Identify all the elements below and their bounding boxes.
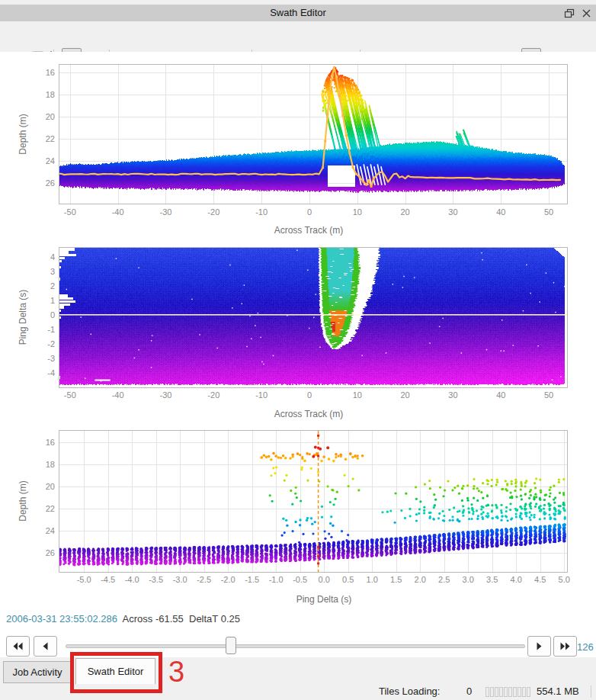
- deltat-value: 0.25: [221, 613, 240, 625]
- x-tick-label: 10: [342, 207, 373, 217]
- x-axis-title: Across Track (m): [255, 409, 362, 419]
- y-tick-label: 22: [32, 134, 55, 143]
- loading-segment: [527, 687, 530, 697]
- y-tick-label: 18: [32, 460, 55, 469]
- y-axis-title: Depth (m): [18, 467, 28, 535]
- x-tick-label: 50: [534, 207, 564, 217]
- x-tick-label: 30: [437, 207, 468, 217]
- step-back-button[interactable]: [34, 636, 57, 657]
- y-tick-label: 16: [32, 68, 55, 77]
- rewind-button[interactable]: [6, 636, 30, 657]
- y-tick-label: 20: [32, 112, 55, 121]
- x-tick-label: 30: [437, 390, 468, 400]
- x-tick-label: -30: [150, 207, 181, 217]
- x-tick-label: 50: [534, 390, 564, 400]
- y-tick-label: 18: [32, 90, 55, 99]
- ping-timestamp: 2006-03-31 23:55:02.286: [6, 613, 117, 625]
- step-back-icon: [42, 641, 49, 651]
- float-icon: [564, 8, 575, 18]
- x-tick-label: -20: [198, 207, 229, 217]
- toolbar: [0, 21, 596, 52]
- x-tick-label: 40: [485, 390, 516, 400]
- ping-count: 126: [577, 641, 594, 653]
- loading-segment: [490, 687, 494, 697]
- y-tick-label: -3: [32, 354, 55, 363]
- y-tick-label: 16: [32, 438, 55, 447]
- x-tick-label: -50: [55, 207, 85, 217]
- across-value: -61.55: [155, 613, 184, 625]
- x-tick-label: -30: [150, 390, 181, 400]
- y-tick-label: 3: [32, 267, 55, 276]
- x-tick-label: 10: [342, 390, 373, 400]
- y-tick-label: 26: [32, 178, 55, 188]
- y-tick-label: 2: [32, 281, 55, 291]
- across-track-depth-plot[interactable]: [59, 64, 568, 204]
- x-tick-label: -20: [198, 390, 229, 400]
- x-axis-title: Across Track (m): [255, 225, 362, 236]
- fast-forward-icon: [559, 641, 571, 651]
- close-window-button[interactable]: [578, 7, 594, 20]
- y-tick-label: 24: [32, 526, 55, 535]
- x-tick-label: 40: [485, 207, 516, 217]
- tab-job-activity[interactable]: Job Activity: [3, 661, 72, 683]
- across-label: Across: [123, 613, 153, 625]
- step-forward-button[interactable]: [527, 636, 551, 657]
- ping-slider-handle[interactable]: [226, 637, 236, 654]
- statusbar-separator: [591, 686, 591, 698]
- loading-segment: [495, 687, 498, 697]
- x-tick-label: -50: [55, 390, 85, 400]
- loading-segment: [513, 687, 517, 697]
- swath-editor-window: Swath Editor: [0, 0, 596, 700]
- y-tick-label: 0: [32, 310, 55, 319]
- x-axis-title: Ping Delta (s): [278, 594, 370, 605]
- tiles-loading-value: 0: [466, 686, 472, 697]
- rewind-icon: [12, 641, 24, 651]
- x-tick-label: -40: [103, 207, 133, 217]
- y-tick-label: -2: [32, 339, 55, 348]
- loading-segment: [485, 687, 489, 697]
- x-tick-label: -40: [103, 390, 133, 400]
- annotation-number: 3: [168, 656, 184, 689]
- loading-segment: [522, 687, 526, 697]
- fast-forward-button[interactable]: [553, 636, 577, 657]
- x-tick-label: 20: [390, 390, 421, 400]
- x-tick-label: -10: [246, 207, 277, 217]
- close-icon: [582, 8, 591, 18]
- loading-segments: [485, 687, 530, 697]
- y-tick-label: 22: [32, 504, 55, 513]
- x-tick-label: 0: [294, 207, 325, 217]
- y-axis-title: Depth (m): [18, 100, 28, 169]
- titlebar[interactable]: Swath Editor: [0, 5, 596, 21]
- y-tick-label: 26: [32, 548, 55, 557]
- x-tick-label: -10: [246, 390, 277, 400]
- step-forward-icon: [536, 641, 543, 651]
- y-tick-label: 24: [32, 156, 55, 165]
- window-title: Swath Editor: [0, 5, 596, 21]
- y-tick-label: -4: [32, 368, 55, 377]
- x-tick-label: 0: [294, 390, 325, 400]
- loading-segment: [508, 687, 512, 697]
- ping-slider-track[interactable]: [66, 644, 525, 648]
- tab-label: Job Activity: [12, 666, 62, 678]
- memory-usage: 554.1 MB: [537, 686, 579, 697]
- loading-segment: [499, 687, 503, 697]
- across-track-pingdelta-plot[interactable]: [59, 247, 568, 388]
- loading-segment: [517, 687, 521, 697]
- y-tick-label: 1: [32, 296, 55, 305]
- y-tick-label: 4: [32, 252, 55, 262]
- float-window-button[interactable]: [562, 7, 577, 20]
- x-tick-label: 5.0: [549, 575, 579, 584]
- pingdelta-depth-plot[interactable]: [59, 430, 568, 573]
- x-tick-label: 20: [390, 207, 421, 217]
- annotation-box: [70, 652, 162, 693]
- y-tick-label: -1: [32, 325, 55, 334]
- deltat-label: DeltaT: [189, 613, 218, 625]
- tiles-loading-label: Tiles Loading:: [379, 686, 440, 697]
- y-axis-title: Ping Delta (s): [18, 283, 28, 352]
- y-tick-label: 20: [32, 482, 55, 491]
- ping-readout: 2006-03-31 23:55:02.286 Across -61.55 De…: [6, 613, 240, 625]
- loading-segment: [504, 687, 508, 697]
